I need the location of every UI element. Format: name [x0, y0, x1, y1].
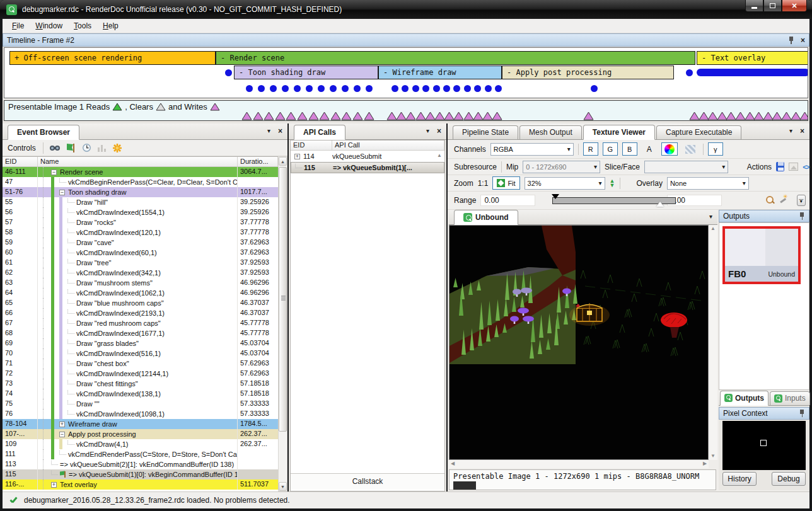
fb0-thumbnail[interactable]: FB0 Unbound: [722, 226, 801, 284]
event-row[interactable]: 64vkCmdDrawIndexed(1062,1)46.96296: [3, 288, 278, 298]
blue-channel-button[interactable]: B: [622, 142, 637, 156]
usage-write-marker[interactable]: [330, 112, 341, 121]
pixel-context-view[interactable]: [722, 421, 806, 470]
debug-button[interactable]: Debug: [772, 472, 806, 486]
event-row[interactable]: 78-104+Wireframe draw1784.5...: [3, 419, 278, 429]
timeline-event-dot[interactable]: [330, 85, 337, 92]
slice-face-combo[interactable]: ▾: [644, 161, 728, 173]
column-api-call[interactable]: API Call: [332, 141, 444, 150]
event-row[interactable]: 74vkCmdDrawIndexed(138,1)57.18518: [3, 389, 278, 399]
texture-horizontal-scrollbar[interactable]: ◀ ▶: [449, 460, 709, 468]
tab-capture-executable[interactable]: Capture Executable: [656, 125, 741, 139]
timeline-event-dot[interactable]: [495, 85, 502, 92]
expander-icon[interactable]: +: [294, 154, 300, 159]
event-row[interactable]: 70vkCmdDrawIndexed(516,1)45.03704: [3, 348, 278, 359]
zoom-range-icon[interactable]: [765, 195, 774, 205]
color-wheel-button[interactable]: [661, 142, 678, 156]
event-row[interactable]: 47vkCmdBeginRenderPass(C=Clear, D=Clear,…: [3, 177, 278, 187]
event-row[interactable]: 62vkCmdDrawIndexed(342,1)37.92593: [3, 268, 278, 278]
event-row[interactable]: 76vkCmdDrawIndexed(1098,1)57.33333: [3, 409, 278, 419]
menu-item-help[interactable]: Help: [97, 20, 124, 32]
timeline-bar[interactable]: - Wireframe draw: [378, 66, 502, 79]
event-row[interactable]: 55Draw "hill"39.25926: [3, 197, 278, 207]
usage-write-marker[interactable]: [286, 112, 296, 121]
expander-icon[interactable]: −: [59, 432, 65, 437]
timeline-event-dot[interactable]: [412, 85, 419, 92]
tab-mesh-output[interactable]: Mesh Output: [519, 125, 582, 139]
menu-item-file[interactable]: File: [6, 20, 30, 32]
scroll-down-icon[interactable]: ▼: [709, 452, 717, 460]
flip-y-icon[interactable]: ▲▼: [610, 179, 615, 188]
event-row[interactable]: 60vkCmdDrawIndexed(60,1)37.62963: [3, 248, 278, 258]
usage-write-marker[interactable]: [799, 112, 808, 121]
timeline-event-dot[interactable]: [422, 85, 429, 92]
event-row[interactable]: 109vkCmdDraw(4,1)262.37...: [3, 439, 278, 449]
event-row[interactable]: 115=> vkQueueSubmit(1)[0]: vkBeginComman…: [3, 469, 278, 479]
overlay-combo[interactable]: None▾: [667, 177, 749, 190]
close-icon[interactable]: ×: [801, 37, 805, 44]
close-icon[interactable]: ×: [800, 127, 804, 135]
tab-api-calls[interactable]: API Calls: [294, 125, 345, 140]
close-icon[interactable]: ×: [278, 127, 282, 135]
event-row[interactable]: 69Draw "grass blades"45.03704: [3, 338, 278, 348]
tab-inputs[interactable]: Inputs: [770, 391, 810, 405]
range-min-field[interactable]: 0.00: [480, 195, 535, 206]
pin-icon[interactable]: [799, 410, 805, 417]
usage-write-marker[interactable]: [492, 112, 502, 121]
event-row[interactable]: 46-111−Render scene3064.7...: [3, 167, 278, 177]
green-channel-button[interactable]: G: [603, 142, 618, 156]
event-row[interactable]: 51-76−Toon shading draw1017.7...: [3, 187, 278, 197]
timeline-event-dot[interactable]: [591, 85, 598, 92]
tab-texture-viewer[interactable]: Texture Viewer: [583, 125, 655, 140]
custom-shader-icon[interactable]: <>: [803, 163, 809, 171]
tab-pipeline-state[interactable]: Pipeline State: [453, 125, 518, 139]
panel-menu-icon[interactable]: ▾: [789, 128, 792, 134]
event-row[interactable]: 65Draw "blue mushroom caps"46.37037: [3, 298, 278, 308]
column-eid[interactable]: EID: [291, 141, 332, 150]
tab-unbound-texture[interactable]: Unbound: [454, 210, 518, 225]
timeline-event-dot[interactable]: [354, 85, 361, 92]
api-call-row[interactable]: +114vkQueueSubmit: [291, 151, 444, 162]
usage-write-marker[interactable]: [364, 112, 374, 121]
event-row[interactable]: 73Draw "chest fittings"57.18518: [3, 379, 278, 389]
open-image-icon[interactable]: [789, 163, 798, 171]
timeline-event-dot[interactable]: [318, 85, 325, 92]
save-icon[interactable]: [776, 162, 784, 171]
texture-vertical-scrollbar[interactable]: ▲ ▼: [709, 225, 717, 460]
event-row[interactable]: 72vkCmdDrawIndexed(12144,1)57.62963: [3, 369, 278, 379]
api-call-row[interactable]: 115=> vkQueueSubmit(1)[...: [291, 162, 444, 173]
alpha-channel-button[interactable]: A: [642, 142, 657, 156]
event-row[interactable]: 68vkCmdDrawIndexed(1677,1)45.77778: [3, 328, 278, 338]
timeline-event-dot[interactable]: [485, 85, 492, 92]
callstack-section[interactable]: Callstack: [291, 473, 444, 490]
range-slider[interactable]: [552, 195, 663, 205]
autofit-wand-icon[interactable]: [779, 195, 787, 205]
scroll-up-icon[interactable]: ▲: [279, 157, 287, 166]
toolbar-overflow-button[interactable]: —▼: [797, 195, 806, 206]
timeline-event-dot[interactable]: [453, 85, 460, 92]
maximize-button[interactable]: [763, 0, 782, 12]
texture-image[interactable]: [449, 225, 709, 460]
event-row[interactable]: 113=> vkQueueSubmit(2)[1]: vkEndCommandB…: [3, 459, 278, 469]
event-row[interactable]: 61Draw "tree"37.92593: [3, 258, 278, 268]
timeline-event-dot[interactable]: [443, 85, 450, 92]
range-white-point-handle[interactable]: [656, 202, 664, 207]
scrollbar-thumb[interactable]: [279, 167, 287, 432]
event-row[interactable]: 66vkCmdDrawIndexed(2193,1)46.37037: [3, 308, 278, 318]
history-button[interactable]: History: [722, 472, 757, 486]
usage-write-marker[interactable]: [319, 112, 330, 121]
event-row[interactable]: 67Draw "red mushroom caps"45.77778: [3, 318, 278, 328]
time-draws-icon[interactable]: [82, 143, 91, 152]
expander-icon[interactable]: −: [59, 190, 65, 195]
usage-write-marker[interactable]: [264, 112, 274, 121]
bookmark-star-icon[interactable]: [112, 143, 122, 153]
channels-combo[interactable]: RGBA▾: [490, 143, 574, 156]
timeline-event-dot[interactable]: [306, 85, 313, 92]
event-row[interactable]: 75Draw ""57.33333: [3, 399, 278, 409]
event-row[interactable]: 56vkCmdDrawIndexed(1554,1)39.25926: [3, 207, 278, 217]
timeline-event-dot[interactable]: [366, 85, 373, 92]
title-bar[interactable]: debugmarker.rdc - RenderDoc Unofficial r…: [0, 0, 812, 19]
event-row[interactable]: 57Draw "rocks"37.77778: [3, 217, 278, 227]
usage-write-marker[interactable]: [341, 112, 352, 121]
event-row[interactable]: 63Draw "mushroom stems"46.96296: [3, 278, 278, 288]
